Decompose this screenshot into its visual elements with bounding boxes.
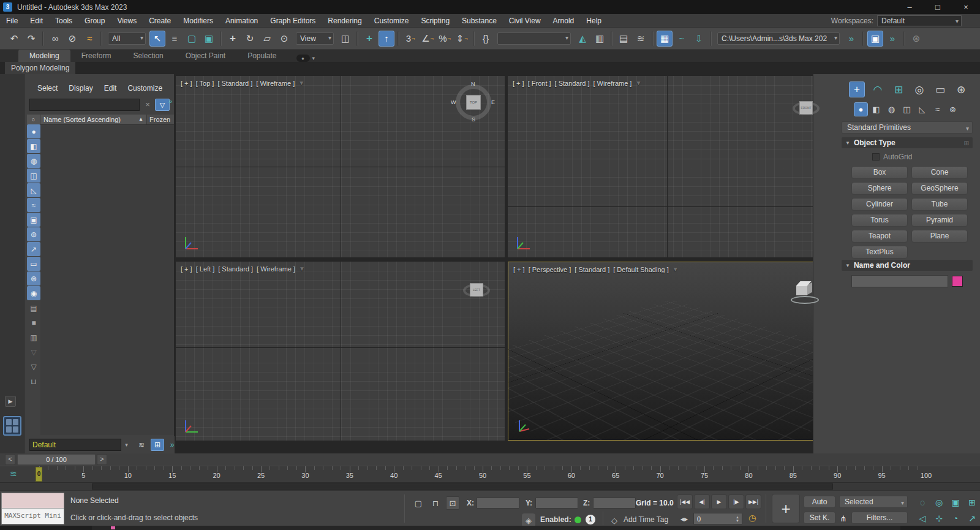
viewport-shading-menu[interactable]: [ Wireframe ]: [257, 265, 295, 273]
bind-to-space-warp-icon[interactable]: ≈: [81, 31, 97, 47]
name-color-rollout-header[interactable]: ▼ Name and Color: [842, 260, 973, 271]
advanced-filter-icon[interactable]: ▽: [27, 345, 40, 359]
curve-editor-icon[interactable]: ~: [674, 31, 690, 47]
menu-item[interactable]: Scripting: [415, 14, 456, 28]
create-tab[interactable]: +: [849, 81, 865, 97]
spinner-snap-icon[interactable]: ⇕: [454, 31, 470, 47]
y-coordinate-field[interactable]: [535, 498, 578, 509]
add-time-tag-label[interactable]: Add Time Tag: [624, 515, 668, 524]
menu-item[interactable]: Rendering: [322, 14, 368, 28]
pan-button[interactable]: ⊹: [932, 512, 946, 525]
primitive-button[interactable]: Sphere: [851, 182, 908, 195]
ribbon-overflow-caret[interactable]: ▾: [312, 55, 315, 61]
viewport-perspective[interactable]: [ + ] [ Perspective ] [ Standard ] [ Def…: [508, 262, 833, 441]
menu-item[interactable]: File: [0, 14, 24, 28]
thumbnail-view-icon[interactable]: ■: [27, 316, 40, 330]
viewport-name-menu[interactable]: [ Front ]: [528, 80, 551, 87]
scene-explorer-menu-item[interactable]: Select: [32, 81, 63, 95]
play-button[interactable]: ▶: [711, 494, 727, 509]
maximize-button[interactable]: □: [924, 0, 952, 14]
select-and-move-icon[interactable]: +: [225, 31, 241, 47]
menu-item[interactable]: Tools: [49, 14, 78, 28]
viewport-layout-tabs-icon[interactable]: [3, 416, 21, 436]
select-by-name-icon[interactable]: ≡: [167, 31, 183, 47]
layer-dropdown-caret-icon[interactable]: ▾: [123, 439, 130, 451]
motion-tab[interactable]: ◎: [911, 81, 927, 97]
x-coordinate-field[interactable]: [477, 498, 519, 509]
list-view-icon[interactable]: ▤: [27, 301, 40, 315]
set-key-button[interactable]: Set K.: [804, 512, 835, 524]
menu-item[interactable]: Animation: [219, 14, 264, 28]
time-slider-handle[interactable]: 0 / 100: [17, 454, 96, 465]
search-filter-icon[interactable]: ▽: [155, 99, 170, 111]
modify-tab[interactable]: ◠: [870, 81, 886, 97]
viewport-renderer-menu[interactable]: [ Standard ]: [218, 265, 253, 273]
primitive-button[interactable]: Box: [851, 166, 908, 179]
type-column-header[interactable]: ○: [27, 115, 40, 124]
menu-item[interactable]: Modifiers: [177, 14, 219, 28]
close-button[interactable]: ×: [952, 0, 980, 14]
keyboard-shortcut-override-icon[interactable]: ↑: [379, 31, 394, 47]
menu-item[interactable]: Create: [143, 14, 177, 28]
menu-item[interactable]: Edit: [24, 14, 49, 28]
redo-icon[interactable]: ↷: [23, 31, 39, 47]
primitive-button[interactable]: GeoSphere: [911, 182, 968, 195]
previous-frame-button[interactable]: ◀|: [694, 494, 710, 509]
maximize-viewport-toggle-button[interactable]: ↗: [965, 512, 979, 525]
expand-panel-button[interactable]: ▶: [5, 396, 16, 407]
toggle-ribbon-icon[interactable]: ▦: [657, 31, 673, 47]
viewport-top[interactable]: [ + ] [ Top ] [ Standard ] [ Wireframe ]…: [176, 76, 505, 257]
align-icon[interactable]: ▥: [592, 31, 608, 47]
active-layer-dropdown[interactable]: Default: [29, 439, 121, 451]
explorer-overflow-chevron-icon[interactable]: »: [168, 97, 172, 105]
viewcube-left[interactable]: LEFT: [462, 275, 491, 305]
filter-shapes-icon[interactable]: ◧: [27, 139, 40, 153]
maxscript-macro-row[interactable]: [2, 493, 64, 509]
set-keys-button[interactable]: +: [772, 494, 800, 523]
window-crossing-icon[interactable]: ▣: [201, 31, 217, 47]
zoom-button[interactable]: ◌: [915, 496, 930, 509]
time-slider-track[interactable]: < 0 / 100 >: [0, 453, 980, 466]
named-selection-sets-dropdown[interactable]: [497, 32, 571, 45]
schematic-view-icon[interactable]: ⇩: [691, 31, 707, 47]
viewport-renderer-menu[interactable]: [ Standard ]: [555, 80, 590, 87]
filter-particles-icon[interactable]: ⊛: [27, 271, 40, 286]
filter-bones-icon[interactable]: ↗: [27, 242, 40, 256]
scene-explorer-search-input[interactable]: [29, 99, 140, 111]
hierarchy-tab[interactable]: ⊞: [891, 81, 907, 97]
minimize-button[interactable]: –: [895, 0, 924, 14]
viewport-menu-plus[interactable]: [ + ]: [181, 265, 192, 273]
search-clear-icon[interactable]: ×: [143, 99, 153, 111]
z-coordinate-field[interactable]: [593, 498, 636, 509]
ribbon-tab[interactable]: Object Paint: [175, 50, 236, 62]
selection-lock-icon[interactable]: ⊓: [429, 496, 442, 510]
name-column-header[interactable]: Name (Sorted Ascending) ▲: [40, 115, 147, 124]
select-and-link-icon[interactable]: ∞: [47, 31, 63, 47]
open-mini-curve-editor-icon[interactable]: ≋: [10, 469, 17, 479]
primitive-button[interactable]: Plane: [911, 230, 968, 243]
viewport-name-menu[interactable]: [ Perspective ]: [529, 266, 571, 273]
toolbar-overflow-chevron2-icon[interactable]: »: [884, 31, 900, 47]
menu-item[interactable]: Customize: [368, 14, 415, 28]
display-layers-icon[interactable]: ≋: [135, 439, 148, 451]
key-filters-button[interactable]: Filters...: [851, 512, 908, 524]
category-systems-icon[interactable]: ⊚: [946, 102, 960, 116]
edit-named-selection-sets-icon[interactable]: {}: [478, 31, 494, 47]
polygon-modeling-tab[interactable]: Polygon Modeling: [5, 62, 75, 74]
selection-filter-dropdown[interactable]: All: [108, 32, 146, 45]
next-frame-button[interactable]: |▶: [728, 494, 744, 509]
primitive-button[interactable]: Torus: [851, 214, 908, 227]
mirror-icon[interactable]: ◭: [575, 31, 590, 47]
category-geometry-icon[interactable]: ●: [854, 102, 868, 116]
toggle-layer-explorer-icon[interactable]: ≋: [633, 31, 649, 47]
time-slider-next-button[interactable]: >: [97, 454, 107, 465]
per-view-filter-ic on[interactable]: ▼: [298, 80, 304, 87]
category-space-warps-icon[interactable]: ≈: [930, 102, 944, 116]
viewport-menu-plus[interactable]: [ + ]: [513, 266, 525, 273]
key-mode-toggle-icon[interactable]: ◀▶: [677, 513, 692, 525]
geometry-class-dropdown[interactable]: Standard Primitives: [842, 121, 973, 134]
use-pivot-point-center-icon[interactable]: ◫: [337, 31, 353, 47]
select-and-manipulate-icon[interactable]: +: [361, 31, 377, 47]
viewcube-perspective[interactable]: [788, 276, 821, 309]
zoom-all-button[interactable]: ◎: [932, 496, 946, 509]
